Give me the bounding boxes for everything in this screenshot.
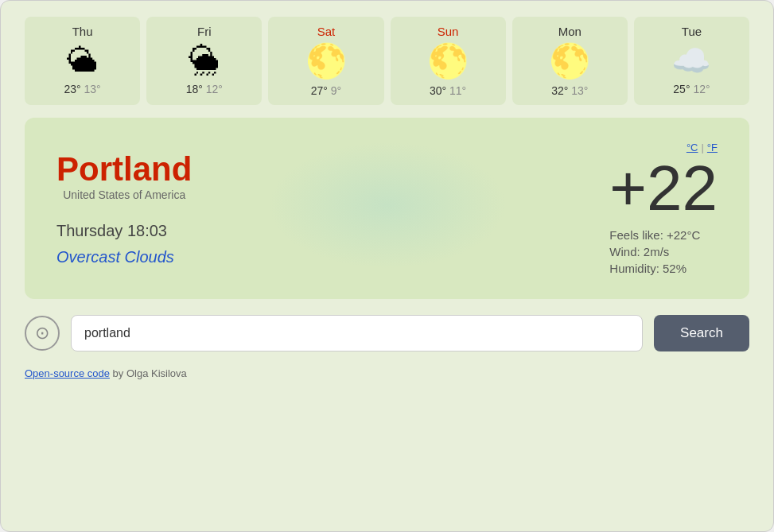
main-panel: Portland United States of America Thursd… (25, 118, 749, 299)
forecast-row: Thu🌥23° 13°Fri🌦18° 12°Sat🌕27° 9°Sun🌕30° … (25, 17, 749, 105)
wind-speed: Wind: 2m/s (609, 245, 700, 258)
forecast-temps-thu: 23° 13° (64, 83, 100, 95)
footer: Open-source code by Olga Kisilova (25, 367, 749, 379)
celsius-unit[interactable]: °C (686, 142, 698, 153)
weather-details: Feels like: +22°C Wind: 2m/s Humidity: 5… (609, 228, 700, 275)
footer-author: by Olga Kisilova (110, 367, 187, 379)
weather-condition: Overcast Clouds (56, 248, 192, 266)
weather-icon-sat: 🌕 (305, 45, 347, 78)
country-name: United States of America (56, 188, 192, 201)
weather-icon-sun: 🌕 (427, 45, 469, 78)
temperature-display: +22 (609, 157, 718, 220)
search-row: ⊙ Search (25, 315, 749, 351)
weather-icon-tue: ☁️ (671, 45, 711, 76)
app-container: Thu🌥23° 13°Fri🌦18° 12°Sat🌕27° 9°Sun🌕30° … (0, 0, 774, 532)
forecast-day-name-sat: Sat (317, 25, 336, 38)
humidity: Humidity: 52% (609, 262, 700, 275)
forecast-day-tue[interactable]: Tue☁️25° 12° (634, 17, 749, 105)
forecast-day-fri[interactable]: Fri🌦18° 12° (146, 17, 262, 105)
weather-icon-thu: 🌥 (67, 45, 99, 76)
source-link[interactable]: Open-source code (25, 367, 110, 379)
forecast-temps-mon: 32° 13° (551, 84, 588, 97)
forecast-day-sat[interactable]: Sat🌕27° 9° (268, 17, 383, 105)
forecast-day-thu[interactable]: Thu🌥23° 13° (25, 17, 140, 105)
feels-like: Feels like: +22°C (609, 228, 700, 242)
temp-unit-row: °C | °F (686, 142, 718, 153)
main-left: Portland United States of America Thursd… (56, 150, 192, 266)
forecast-temps-tue: 25° 12° (673, 83, 710, 95)
forecast-temps-sat: 27° 9° (311, 84, 341, 97)
forecast-temps-sun: 30° 11° (430, 84, 466, 97)
city-name: Portland (56, 150, 192, 188)
weather-icon-mon: 🌕 (549, 45, 590, 78)
main-right: °C | °F +22 Feels like: +22°C Wind: 2m/s… (609, 142, 718, 275)
forecast-day-mon[interactable]: Mon🌕32° 13° (512, 17, 628, 105)
search-input[interactable] (71, 315, 643, 351)
location-button[interactable]: ⊙ (25, 316, 60, 351)
datetime: Thursday 18:03 (56, 222, 192, 240)
unit-separator: | (701, 142, 703, 153)
search-button[interactable]: Search (654, 315, 749, 351)
forecast-day-name-thu: Thu (72, 25, 93, 38)
forecast-day-name-tue: Tue (682, 25, 702, 38)
forecast-day-name-fri: Fri (197, 25, 212, 38)
forecast-day-name-mon: Mon (558, 25, 581, 38)
fahrenheit-unit[interactable]: °F (707, 142, 718, 153)
forecast-temps-fri: 18° 12° (186, 83, 223, 95)
forecast-day-sun[interactable]: Sun🌕30° 11° (391, 17, 506, 105)
cloud-decoration (268, 142, 507, 269)
weather-icon-fri: 🌦 (189, 45, 220, 76)
forecast-day-name-sun: Sun (438, 25, 459, 38)
